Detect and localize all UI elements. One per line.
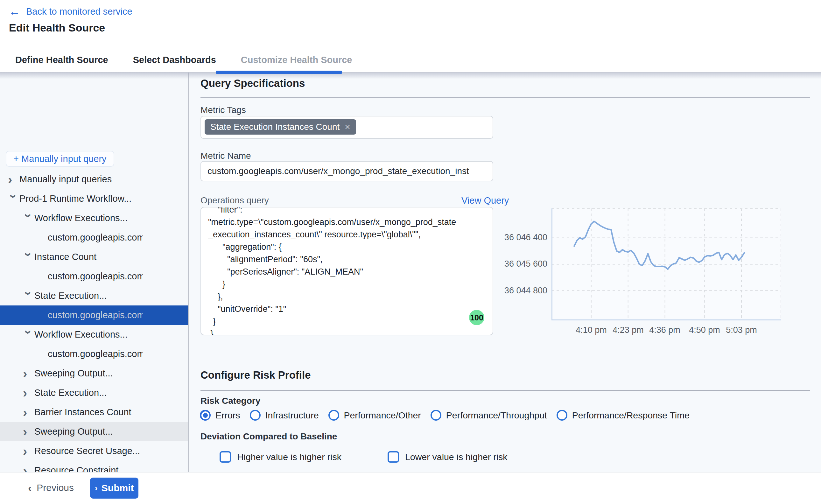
- submit-button[interactable]: › Submit: [90, 478, 138, 499]
- checkbox-higher-value[interactable]: Higher value is higher risk: [220, 451, 341, 463]
- tree-item-label: Sweeping Output...: [34, 368, 113, 379]
- radio-icon[interactable]: [200, 410, 211, 421]
- metric-tags-label: Metric Tags: [200, 105, 246, 115]
- tree-item-resource-secret-usage[interactable]: ›Resource Secret Usage...: [0, 441, 188, 461]
- metric-tags-input[interactable]: State Execution Instances Count ×: [200, 116, 493, 139]
- chevron-right-icon[interactable]: ›: [23, 388, 34, 398]
- tab-define-health-source[interactable]: Define Health Source: [15, 55, 108, 65]
- operations-query-text: "filter": "metric.type=\"custom.googleap…: [201, 207, 493, 335]
- page-title: Edit Health Source: [9, 22, 105, 34]
- radio-option-errors[interactable]: Errors: [200, 410, 240, 421]
- add-manual-query-button[interactable]: + Manually input query: [6, 151, 114, 167]
- tree-item-label: Manually input queries: [19, 174, 112, 185]
- y-tick-label: 36 046 400: [492, 233, 547, 242]
- tree-item-metric-2[interactable]: custom.googleapis.com: [0, 267, 188, 286]
- y-tick-label: 36 045 600: [492, 259, 547, 269]
- chevron-down-icon[interactable]: ›: [24, 291, 33, 303]
- radio-icon[interactable]: [250, 410, 261, 421]
- checkbox-label: Lower value is higher risk: [405, 452, 508, 462]
- query-specifications-heading: Query Specifications: [200, 77, 305, 89]
- tree-item-metric-3[interactable]: custom.googleapis.com: [0, 344, 188, 364]
- section-divider: [200, 97, 810, 98]
- x-tick-label: 5:03 pm: [716, 325, 767, 335]
- sidebar: + Manually input query ›Manually input q…: [0, 73, 188, 472]
- radio-icon[interactable]: [431, 410, 441, 421]
- deviation-baseline-label: Deviation Compared to Baseline: [200, 431, 337, 442]
- back-link[interactable]: ← Back to monitored service: [9, 6, 132, 17]
- radio-label: Performance/Other: [344, 410, 421, 421]
- metric-chart: [551, 208, 781, 320]
- section-divider: [200, 390, 810, 391]
- chevron-right-icon[interactable]: ›: [8, 175, 19, 184]
- tree-item-sweeping-output-1[interactable]: ›Sweeping Output...: [0, 364, 188, 383]
- tree-item-label: Resource Secret Usage...: [34, 446, 140, 456]
- view-query-link[interactable]: View Query: [461, 195, 493, 206]
- tree-item-prod1-runtime-workflow[interactable]: ›Prod-1 Runtime Workflow...: [0, 189, 188, 208]
- chevron-down-icon[interactable]: ›: [24, 213, 33, 225]
- tree-item-barrier-instances-count[interactable]: ›Barrier Instances Count: [0, 403, 188, 422]
- checkbox-lower-value[interactable]: Lower value is higher risk: [388, 451, 508, 463]
- edit-health-source-screen: ← Back to monitored service Edit Health …: [0, 0, 821, 504]
- chevron-down-icon[interactable]: ›: [9, 194, 18, 206]
- tree-item-label: custom.googleapis.com: [48, 232, 143, 243]
- metric-name-input[interactable]: custom.googleapis.com/user/x_mongo_prod_…: [200, 161, 493, 181]
- tree-item-state-execution-2[interactable]: ›State Execution...: [0, 383, 188, 403]
- tree-item-sweeping-output-2[interactable]: ›Sweeping Output...: [0, 422, 188, 441]
- back-link-label: Back to monitored service: [26, 6, 132, 17]
- tree-item-metric-1[interactable]: custom.googleapis.com: [0, 228, 188, 247]
- radio-option-infrastructure[interactable]: Infrastructure: [250, 410, 319, 421]
- tree-item-label: State Execution...: [34, 388, 107, 398]
- metric-chart-svg: [551, 208, 781, 320]
- metric-tag-chip-label: State Execution Instances Count: [210, 122, 340, 132]
- tree-item-label: Prod-1 Runtime Workflow...: [19, 193, 131, 204]
- operations-query-label: Operations query: [200, 195, 269, 206]
- tree-item-label: Barrier Instances Count: [34, 407, 131, 417]
- radio-label: Performance/Throughput: [446, 410, 547, 421]
- chevron-left-icon: ‹: [28, 483, 32, 493]
- radio-label: Errors: [215, 410, 240, 421]
- chevron-down-icon[interactable]: ›: [24, 252, 33, 264]
- tree-item-workflow-executions-1[interactable]: ›Workflow Executions...: [0, 208, 188, 228]
- tree-item-label: Instance Count: [34, 252, 96, 262]
- tree-item-label: custom.googleapis.com: [48, 310, 143, 320]
- metrics-tree: ›Manually input queries ›Prod-1 Runtime …: [0, 170, 188, 504]
- checkbox-icon[interactable]: [388, 451, 399, 463]
- radio-label: Performance/Response Time: [572, 410, 690, 421]
- radio-icon[interactable]: [328, 410, 339, 421]
- tab-customize-health-source[interactable]: Customize Health Source: [241, 55, 352, 65]
- tab-bar: Define Health Source Select Dashboards C…: [0, 48, 821, 73]
- tree-item-manually-input-queries[interactable]: ›Manually input queries: [0, 170, 188, 189]
- tree-item-label: custom.googleapis.com: [48, 271, 143, 282]
- risk-category-radio-group: Errors Infrastructure Performance/Other …: [200, 410, 690, 421]
- checkbox-icon[interactable]: [220, 451, 231, 463]
- radio-label: Infrastructure: [265, 410, 319, 421]
- tree-item-instance-count[interactable]: ›Instance Count: [0, 247, 188, 267]
- tab-select-dashboards[interactable]: Select Dashboards: [133, 55, 216, 65]
- chevron-right-icon[interactable]: ›: [23, 408, 34, 417]
- operations-query-editor[interactable]: "filter": "metric.type=\"custom.googleap…: [200, 207, 493, 335]
- submit-button-label: Submit: [102, 483, 134, 493]
- records-count-badge: 100: [469, 310, 484, 325]
- chevron-down-icon[interactable]: ›: [24, 330, 33, 341]
- metric-name-label: Metric Name: [200, 151, 251, 161]
- tree-item-workflow-executions-2[interactable]: ›Workflow Executions...: [0, 325, 188, 344]
- radio-icon[interactable]: [557, 410, 567, 421]
- footer: ‹ Previous › Submit: [0, 472, 821, 504]
- radio-option-performance-throughput[interactable]: Performance/Throughput: [431, 410, 547, 421]
- chip-close-icon[interactable]: ×: [345, 123, 350, 131]
- radio-option-performance-other[interactable]: Performance/Other: [328, 410, 421, 421]
- radio-option-performance-response-time[interactable]: Performance/Response Time: [557, 410, 690, 421]
- tree-item-label: State Execution...: [34, 291, 107, 301]
- main-panel: Query Specifications Metric Tags State E…: [189, 73, 821, 472]
- active-tab-underline: [216, 71, 342, 74]
- tree-item-metric-selected[interactable]: custom.googleapis.com: [0, 305, 188, 325]
- chevron-right-icon[interactable]: ›: [23, 446, 34, 456]
- tree-item-label: Workflow Executions...: [34, 213, 128, 223]
- y-tick-label: 36 044 800: [492, 286, 547, 296]
- back-arrow-icon: ←: [9, 6, 20, 17]
- chevron-right-icon[interactable]: ›: [23, 369, 34, 378]
- tree-item-label: Sweeping Output...: [34, 426, 113, 437]
- tree-item-state-execution-1[interactable]: ›State Execution...: [0, 286, 188, 305]
- previous-button[interactable]: ‹ Previous: [28, 478, 74, 498]
- chevron-right-icon[interactable]: ›: [23, 427, 34, 437]
